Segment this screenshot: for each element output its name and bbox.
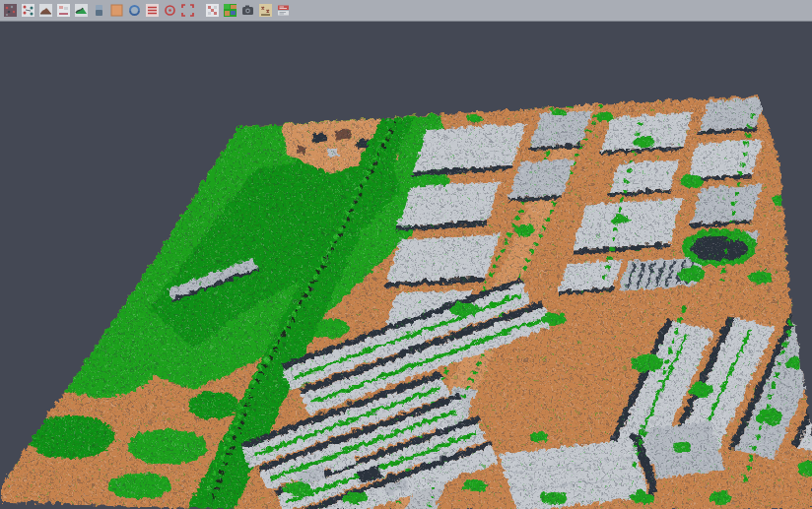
pick-center-icon[interactable] <box>162 2 178 20</box>
camera-icon[interactable] <box>239 2 256 20</box>
selection-icon[interactable] <box>204 2 221 20</box>
layers-icon[interactable] <box>144 2 161 20</box>
orthoimage-icon[interactable] <box>108 2 125 20</box>
scalar-bar-icon[interactable] <box>91 2 107 20</box>
report-icon[interactable] <box>275 2 292 20</box>
clipping-box-icon[interactable] <box>55 2 72 20</box>
measurement-icon[interactable] <box>257 2 274 20</box>
terrain-classified-icon[interactable] <box>73 2 90 20</box>
rotate-view-icon[interactable] <box>126 2 143 20</box>
point-cloud-icon[interactable] <box>2 2 19 20</box>
align-points-icon[interactable] <box>20 2 36 20</box>
classification-map-icon[interactable] <box>222 2 238 20</box>
3d-viewport[interactable] <box>0 22 812 509</box>
crop-marks-icon[interactable] <box>179 2 196 20</box>
toolbar <box>0 0 812 22</box>
app-window <box>0 0 812 509</box>
terrain-model-icon[interactable] <box>37 2 54 20</box>
